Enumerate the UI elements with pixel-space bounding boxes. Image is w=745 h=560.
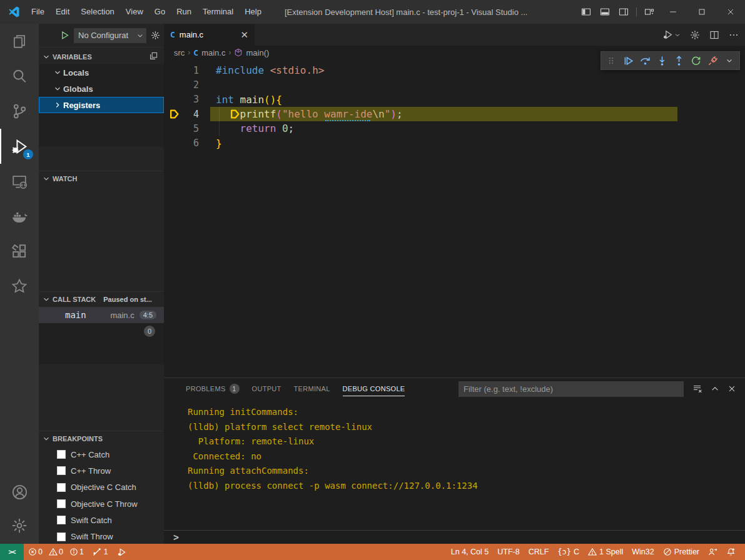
breadcrumb-file[interactable]: main.c: [201, 48, 225, 58]
line-number[interactable]: 1: [164, 65, 199, 76]
status-tasks[interactable]: 1: [88, 544, 113, 560]
breakpoint-row[interactable]: Objective C Catch: [39, 479, 164, 496]
editor-gear-icon[interactable]: [690, 30, 700, 40]
code-line[interactable]: 5 return 0;: [164, 121, 745, 136]
status-language-mode[interactable]: {ɔ} C: [553, 544, 584, 560]
breakpoint-checkbox[interactable]: [57, 532, 66, 541]
menu-run[interactable]: Run: [171, 0, 197, 24]
code-line[interactable]: 4printf("hello wamr-ide\n");: [164, 107, 745, 121]
watch-header[interactable]: WATCH: [39, 171, 164, 186]
step-over-icon[interactable]: [637, 52, 653, 69]
collapse-all-icon[interactable]: [149, 51, 158, 61]
disconnect-icon[interactable]: [704, 52, 721, 69]
panel-tab-terminal[interactable]: TERMINAL: [288, 378, 337, 399]
breakpoint-row[interactable]: Objective C Throw: [39, 496, 164, 512]
remote-indicator[interactable]: ><: [0, 544, 24, 560]
panel-tab-output[interactable]: OUTPUT: [246, 378, 288, 399]
menu-terminal[interactable]: Terminal: [197, 0, 239, 24]
more-actions-icon[interactable]: [729, 30, 739, 40]
maximize-button[interactable]: [687, 0, 716, 24]
line-number[interactable]: 2: [164, 79, 199, 91]
close-tab-icon[interactable]: ✕: [240, 30, 248, 39]
status-diagnostics[interactable]: 0 0 1: [24, 544, 88, 560]
breakpoint-checkbox[interactable]: [57, 499, 66, 508]
minimize-button[interactable]: [659, 0, 687, 24]
status-platform[interactable]: Win32: [627, 544, 658, 560]
status-spell-checker[interactable]: 1 Spell: [584, 544, 627, 560]
breakpoint-checkbox[interactable]: [57, 483, 66, 492]
breakpoint-checkbox[interactable]: [57, 450, 66, 459]
status-feedback[interactable]: [704, 544, 722, 560]
toolbar-drag-handle[interactable]: [603, 52, 619, 69]
breakpoint-checkbox[interactable]: [57, 516, 66, 524]
activity-explorer[interactable]: [0, 24, 39, 59]
line-number[interactable]: 6: [164, 138, 199, 149]
code-editor[interactable]: 1#include <stdio.h>23int main(){4printf(…: [164, 59, 745, 151]
breadcrumb-symbol[interactable]: main(): [246, 48, 269, 58]
breakpoints-header[interactable]: BREAKPOINTS: [39, 431, 164, 446]
close-window-button[interactable]: [716, 0, 745, 24]
menu-file[interactable]: File: [26, 0, 50, 24]
variables-header[interactable]: VARIABLES: [39, 49, 164, 64]
toggle-secondary-sidebar-icon[interactable]: [614, 0, 633, 24]
activity-accounts[interactable]: [0, 475, 39, 509]
activity-settings[interactable]: [0, 509, 39, 542]
menu-go[interactable]: Go: [149, 0, 171, 24]
menu-edit[interactable]: Edit: [50, 0, 75, 24]
status-debug-session[interactable]: [113, 544, 131, 560]
breakpoint-row[interactable]: C++ Catch: [39, 446, 164, 462]
toggle-sidebar-icon[interactable]: [577, 0, 595, 24]
call-stack-header[interactable]: CALL STACK Paused on st...: [39, 291, 164, 307]
maximize-panel-icon[interactable]: [711, 384, 719, 393]
toggle-panel-icon[interactable]: [595, 0, 614, 24]
breakpoint-row[interactable]: C++ Throw: [39, 462, 164, 479]
status-formatter[interactable]: Prettier: [659, 544, 704, 560]
customize-layout-icon[interactable]: [640, 0, 659, 24]
start-debugging-icon[interactable]: [60, 31, 69, 40]
clear-console-icon[interactable]: [692, 384, 702, 394]
variables-item-locals[interactable]: Locals: [39, 64, 164, 81]
continue-icon[interactable]: [620, 52, 636, 69]
code-line[interactable]: 6}: [164, 136, 745, 151]
restart-icon[interactable]: [687, 52, 704, 69]
session-row[interactable]: 0: [39, 323, 164, 339]
activity-remote-explorer[interactable]: [0, 164, 39, 199]
open-launch-config-gear-icon[interactable]: [151, 31, 160, 40]
breakpoint-row[interactable]: Swift Throw: [39, 528, 164, 544]
split-editor-icon[interactable]: [709, 30, 719, 40]
status-notifications[interactable]: [722, 544, 740, 560]
current-line-breakpoint-arrow-icon[interactable]: [169, 109, 180, 119]
code-line[interactable]: 2: [164, 78, 745, 92]
tab-main-c[interactable]: C main.c ✕: [164, 24, 255, 46]
line-number[interactable]: 5: [164, 123, 199, 134]
activity-favorites[interactable]: [0, 269, 39, 304]
activity-search[interactable]: [0, 59, 39, 94]
activity-docker[interactable]: [0, 199, 39, 234]
debug-console-filter-input[interactable]: [459, 381, 684, 397]
activity-source-control[interactable]: [0, 94, 39, 129]
breakpoint-row[interactable]: Swift Catch: [39, 512, 164, 528]
breakpoint-checkbox[interactable]: [57, 466, 66, 475]
status-encoding[interactable]: UTF-8: [493, 544, 524, 560]
variables-item-registers[interactable]: Registers: [39, 97, 164, 113]
status-cursor-position[interactable]: Ln 4, Col 5: [447, 544, 493, 560]
step-into-icon[interactable]: [654, 52, 670, 69]
panel-tab-debug-console[interactable]: DEBUG CONSOLE: [337, 378, 412, 399]
activity-extensions[interactable]: [0, 234, 39, 269]
line-number[interactable]: 3: [164, 94, 199, 105]
breadcrumb-folder[interactable]: src: [174, 48, 185, 58]
code-line[interactable]: 3int main(){: [164, 92, 745, 107]
run-or-debug-icon[interactable]: [662, 29, 681, 40]
step-out-icon[interactable]: [671, 52, 687, 69]
menu-help[interactable]: Help: [239, 0, 267, 24]
menu-selection[interactable]: Selection: [75, 0, 119, 24]
panel-tab-problems[interactable]: PROBLEMS1: [180, 378, 246, 399]
debug-console-input[interactable]: >: [164, 530, 745, 544]
activity-run-and-debug[interactable]: 1: [0, 129, 39, 164]
variables-item-globals[interactable]: Globals: [39, 81, 164, 97]
status-eol[interactable]: CRLF: [524, 544, 554, 560]
close-panel-icon[interactable]: [727, 384, 736, 393]
debug-configuration-dropdown[interactable]: No Configurat: [74, 28, 146, 43]
stack-frame-row[interactable]: main main.c 4:5: [39, 307, 164, 323]
menu-view[interactable]: View: [120, 0, 149, 24]
